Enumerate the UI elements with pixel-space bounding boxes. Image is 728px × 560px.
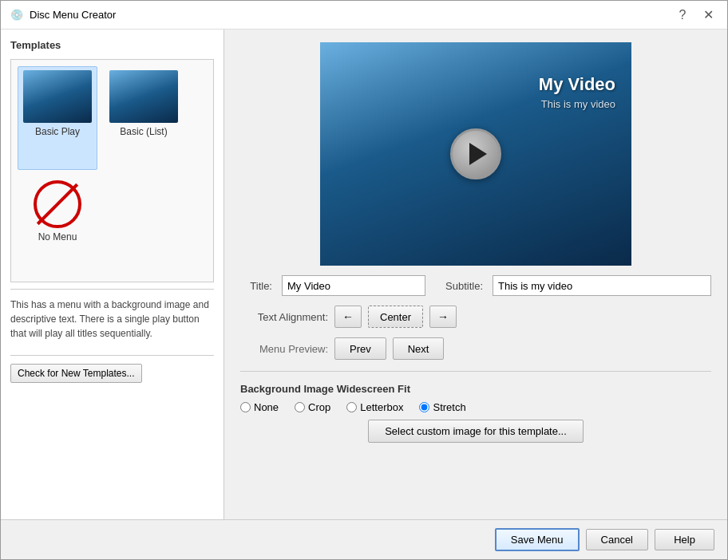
background-title: Background Image Widescreen Fit — [240, 383, 711, 395]
template-basic-play-label: Basic Play — [35, 126, 80, 137]
radio-stretch[interactable]: Stretch — [419, 401, 465, 413]
window-title: Disc Menu Creator — [30, 9, 116, 21]
title-bar-controls: ? ✕ — [673, 6, 718, 25]
disc-icon: 💿 — [10, 9, 23, 21]
subtitle-input[interactable] — [493, 275, 711, 296]
radio-letterbox-label: Letterbox — [360, 401, 403, 413]
align-center-button[interactable]: Center — [368, 306, 423, 328]
title-input[interactable] — [282, 275, 425, 296]
template-description: This has a menu with a background image … — [10, 289, 214, 349]
help-title-button[interactable]: ? — [673, 6, 692, 25]
radio-crop-input[interactable] — [295, 402, 305, 412]
title-row: Title: Subtitle: — [240, 275, 711, 296]
preview-title: My Video — [539, 74, 615, 95]
title-bar: 💿 Disc Menu Creator ? ✕ — [1, 1, 727, 30]
template-basic-play[interactable]: Basic Play — [18, 66, 97, 170]
radio-letterbox-input[interactable] — [346, 402, 357, 412]
radio-letterbox[interactable]: Letterbox — [346, 401, 403, 413]
title-bar-left: 💿 Disc Menu Creator — [10, 9, 116, 21]
menu-preview-row: Menu Preview: Prev Next — [240, 337, 711, 360]
radio-crop[interactable]: Crop — [295, 401, 330, 413]
radio-none[interactable]: None — [240, 401, 279, 413]
alignment-label: Text Alignment: — [240, 311, 328, 323]
align-left-button[interactable]: ← — [334, 306, 362, 328]
align-left-icon: ← — [342, 310, 354, 323]
radio-row: None Crop Letterbox Stretch — [240, 401, 711, 413]
select-custom-image-button[interactable]: Select custom image for this template... — [368, 420, 584, 443]
next-button[interactable]: Next — [393, 337, 445, 360]
align-center-label: Center — [380, 311, 411, 323]
templates-title: Templates — [10, 39, 214, 51]
help-button[interactable]: Help — [655, 529, 714, 550]
right-panel: My Video This is my video Title: Subtitl… — [224, 30, 727, 519]
main-window: 💿 Disc Menu Creator ? ✕ Templates Basic … — [0, 0, 728, 560]
menu-preview-label: Menu Preview: — [240, 343, 328, 355]
title-label: Title: — [240, 280, 272, 292]
close-button[interactable]: ✕ — [698, 6, 718, 25]
play-button[interactable] — [450, 128, 501, 179]
template-basic-list[interactable]: Basic (List) — [104, 66, 184, 170]
template-basic-play-thumb — [23, 70, 92, 123]
prev-button[interactable]: Prev — [334, 337, 386, 360]
background-section: Background Image Widescreen Fit None Cro… — [240, 383, 711, 443]
subtitle-label: Subtitle: — [435, 280, 483, 292]
radio-none-label: None — [254, 401, 279, 413]
template-no-menu-label: No Menu — [38, 231, 77, 243]
template-no-menu[interactable]: No Menu — [18, 176, 97, 275]
radio-crop-label: Crop — [308, 401, 330, 413]
preview-subtitle: This is my video — [541, 98, 615, 110]
templates-grid: Basic Play Basic (List) No Menu — [10, 59, 214, 282]
play-triangle-icon — [469, 143, 487, 165]
radio-stretch-label: Stretch — [433, 401, 465, 413]
template-basic-list-thumb — [109, 70, 178, 123]
save-menu-button[interactable]: Save Menu — [495, 528, 580, 551]
template-basic-list-label: Basic (List) — [120, 126, 167, 137]
radio-none-input[interactable] — [240, 402, 251, 412]
no-menu-icon — [34, 180, 81, 228]
content-area: Templates Basic Play Basic (List) No Men… — [1, 30, 727, 519]
separator — [240, 371, 711, 372]
cancel-button[interactable]: Cancel — [586, 529, 648, 550]
align-right-button[interactable]: → — [429, 306, 457, 328]
left-panel: Templates Basic Play Basic (List) No Men… — [1, 30, 224, 519]
alignment-row: Text Alignment: ← Center → — [240, 306, 711, 328]
preview-area: My Video This is my video — [320, 42, 631, 266]
check-templates-button[interactable]: Check for New Templates... — [10, 364, 142, 383]
bottom-bar: Save Menu Cancel Help — [1, 519, 727, 559]
align-right-icon: → — [437, 310, 449, 323]
radio-stretch-input[interactable] — [419, 402, 429, 412]
